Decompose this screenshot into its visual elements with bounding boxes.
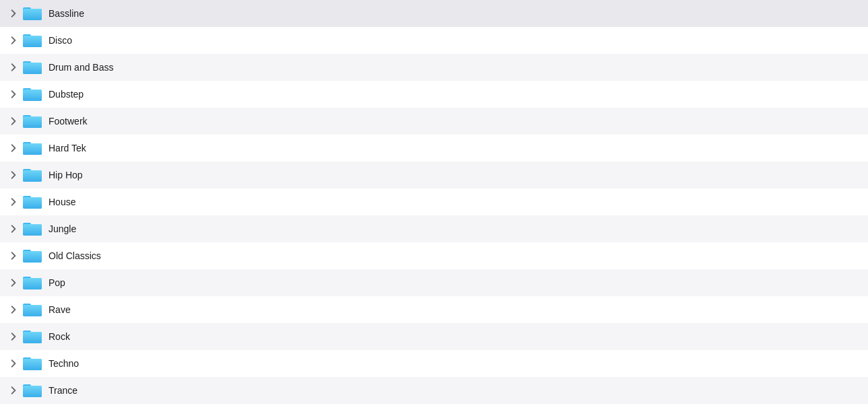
folder-icon	[23, 221, 42, 236]
folder-label-trance: Trance	[49, 385, 78, 396]
folder-icon	[23, 33, 42, 48]
folder-label-rave: Rave	[49, 304, 71, 315]
folder-label-drum-and-bass: Drum and Bass	[49, 62, 113, 73]
chevron-icon	[8, 250, 19, 261]
svg-rect-41	[23, 359, 42, 370]
svg-rect-23	[23, 197, 42, 209]
folder-label-disco: Disco	[49, 35, 72, 46]
folder-label-house: House	[49, 197, 75, 207]
svg-rect-20	[23, 170, 42, 182]
folder-item-jungle[interactable]: Jungle	[0, 215, 868, 242]
chevron-icon	[8, 223, 19, 234]
svg-rect-44	[23, 386, 42, 397]
folder-label-bassline: Bassline	[49, 8, 84, 19]
svg-rect-32	[23, 278, 42, 289]
folder-label-footwerk: Footwerk	[49, 116, 88, 127]
folder-icon	[23, 168, 42, 182]
folder-item-trance[interactable]: Trance	[0, 377, 868, 404]
folder-icon	[23, 114, 42, 129]
folder-icon	[23, 141, 42, 155]
svg-rect-5	[23, 36, 42, 47]
folder-item-old-classics[interactable]: Old Classics	[0, 242, 868, 269]
folder-label-jungle: Jungle	[49, 223, 76, 234]
chevron-icon	[8, 170, 19, 180]
folder-icon	[23, 87, 42, 102]
svg-rect-2	[23, 9, 42, 20]
chevron-icon	[8, 358, 19, 369]
folder-item-house[interactable]: House	[0, 188, 868, 215]
folder-icon	[23, 356, 42, 371]
folder-icon	[23, 6, 42, 21]
chevron-icon	[8, 197, 19, 207]
chevron-icon	[8, 116, 19, 127]
folder-item-hip-hop[interactable]: Hip Hop	[0, 162, 868, 188]
chevron-icon	[8, 8, 19, 19]
chevron-icon	[8, 89, 19, 100]
folder-item-pop[interactable]: Pop	[0, 269, 868, 296]
folder-icon	[23, 195, 42, 209]
folder-label-dubstep: Dubstep	[49, 89, 84, 100]
folder-list: Bassline Disco Dru	[0, 0, 868, 404]
folder-item-hard-tek[interactable]: Hard Tek	[0, 135, 868, 162]
folder-item-rock[interactable]: Rock	[0, 323, 868, 350]
folder-item-rave[interactable]: Rave	[0, 296, 868, 323]
folder-icon	[23, 329, 42, 344]
svg-rect-29	[23, 251, 42, 263]
chevron-icon	[8, 35, 19, 46]
folder-label-rock: Rock	[49, 331, 70, 342]
folder-label-hip-hop: Hip Hop	[49, 170, 83, 180]
folder-label-techno: Techno	[49, 358, 79, 369]
chevron-icon	[8, 385, 19, 396]
svg-rect-17	[23, 143, 42, 155]
folder-icon	[23, 60, 42, 75]
chevron-icon	[8, 277, 19, 288]
folder-item-techno[interactable]: Techno	[0, 350, 868, 377]
folder-item-drum-and-bass[interactable]: Drum and Bass	[0, 54, 868, 81]
svg-rect-8	[23, 63, 42, 74]
svg-rect-26	[23, 224, 42, 236]
chevron-icon	[8, 143, 19, 153]
svg-rect-35	[23, 305, 42, 316]
folder-item-disco[interactable]: Disco	[0, 27, 868, 54]
folder-icon	[23, 248, 42, 263]
folder-item-dubstep[interactable]: Dubstep	[0, 81, 868, 108]
svg-rect-11	[23, 90, 42, 101]
chevron-icon	[8, 62, 19, 73]
svg-rect-14	[23, 116, 42, 128]
folder-label-hard-tek: Hard Tek	[49, 143, 86, 153]
folder-label-old-classics: Old Classics	[49, 250, 101, 261]
svg-rect-38	[23, 332, 42, 343]
chevron-icon	[8, 304, 19, 315]
chevron-icon	[8, 331, 19, 342]
folder-item-footwerk[interactable]: Footwerk	[0, 108, 868, 135]
folder-item-bassline[interactable]: Bassline	[0, 0, 868, 27]
folder-icon	[23, 383, 42, 398]
folder-label-pop: Pop	[49, 277, 65, 288]
folder-icon	[23, 302, 42, 317]
folder-icon	[23, 275, 42, 290]
